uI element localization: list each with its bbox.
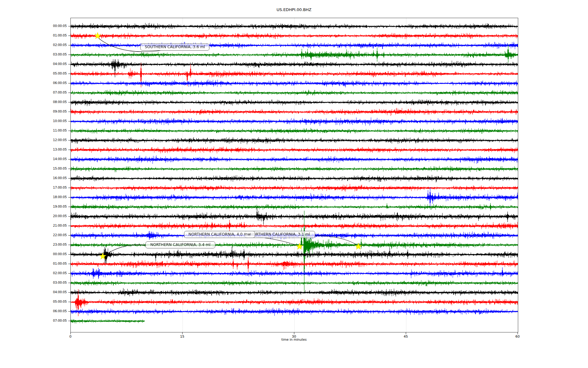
seismogram-canvas bbox=[71, 18, 518, 332]
y-tick bbox=[68, 197, 70, 197]
x-tick bbox=[518, 332, 518, 334]
y-tick bbox=[68, 216, 70, 217]
row-label: 02:00:05 bbox=[0, 43, 67, 47]
y-tick bbox=[68, 178, 70, 178]
row-label: 05:00:05 bbox=[0, 300, 67, 304]
y-tick bbox=[68, 188, 70, 188]
y-tick bbox=[68, 55, 70, 55]
y-tick bbox=[68, 64, 70, 64]
y-tick bbox=[68, 226, 70, 226]
row-label: 08:00:05 bbox=[0, 100, 67, 104]
row-label: 04:00:05 bbox=[0, 290, 67, 294]
chart-title: US.EDHPI.00.BHZ bbox=[277, 7, 311, 12]
y-tick bbox=[68, 140, 70, 140]
row-label: 02:00:05 bbox=[0, 271, 67, 275]
row-label: 06:00:05 bbox=[0, 309, 67, 313]
row-label: 07:00:05 bbox=[0, 90, 67, 95]
event-annotation: SOUTHERN CALIFORNIA, 3.6 ml bbox=[140, 44, 209, 51]
row-label: 22:00:05 bbox=[0, 233, 67, 237]
row-label: 00:00:05 bbox=[0, 252, 67, 256]
row-label: 18:00:05 bbox=[0, 195, 67, 199]
row-label: 12:00:05 bbox=[0, 138, 67, 142]
row-label: 14:00:05 bbox=[0, 157, 67, 161]
y-tick bbox=[68, 245, 70, 245]
y-tick bbox=[68, 159, 70, 159]
x-tick-label: 0 bbox=[70, 335, 72, 339]
x-tick bbox=[406, 332, 406, 334]
y-tick bbox=[68, 169, 70, 169]
plot-area bbox=[70, 18, 518, 332]
event-annotation: NORTHERN CALIFORNIA, 3.1 ml bbox=[245, 231, 315, 238]
row-label: 19:00:05 bbox=[0, 205, 67, 209]
y-tick bbox=[68, 74, 70, 74]
row-label: 00:00:05 bbox=[0, 24, 67, 28]
y-tick bbox=[68, 302, 70, 302]
x-tick-label: 60 bbox=[515, 335, 520, 339]
seismogram-figure: US.EDHPI.00.BHZ 00:00:0501:00:0502:00:05… bbox=[0, 0, 588, 368]
y-tick bbox=[68, 150, 70, 150]
y-tick bbox=[68, 273, 70, 274]
y-tick bbox=[68, 131, 70, 131]
y-tick bbox=[68, 235, 70, 236]
y-tick bbox=[68, 283, 70, 283]
row-label: 11:00:05 bbox=[0, 128, 67, 133]
row-label: 21:00:05 bbox=[0, 224, 67, 228]
row-label: 01:00:05 bbox=[0, 33, 67, 38]
y-tick bbox=[68, 45, 70, 45]
row-label: 17:00:05 bbox=[0, 186, 67, 190]
row-label: 20:00:05 bbox=[0, 214, 67, 218]
row-label: 03:00:05 bbox=[0, 52, 67, 57]
row-label: 04:00:05 bbox=[0, 62, 67, 66]
row-label: 10:00:05 bbox=[0, 119, 67, 123]
row-label: 23:00:05 bbox=[0, 243, 67, 247]
row-label: 09:00:05 bbox=[0, 109, 67, 114]
y-tick bbox=[68, 26, 70, 26]
y-tick bbox=[68, 121, 70, 121]
row-label: 07:00:05 bbox=[0, 319, 67, 323]
row-label: 16:00:05 bbox=[0, 176, 67, 180]
row-label: 13:00:05 bbox=[0, 148, 67, 152]
y-tick bbox=[68, 36, 70, 36]
row-label: 05:00:05 bbox=[0, 71, 67, 76]
y-tick bbox=[68, 207, 70, 207]
y-tick bbox=[68, 321, 70, 321]
x-tick-label: 45 bbox=[404, 335, 408, 339]
row-label: 15:00:05 bbox=[0, 167, 67, 171]
y-tick bbox=[68, 112, 70, 112]
y-tick bbox=[68, 292, 70, 293]
x-axis-label: time in minutes bbox=[281, 338, 307, 341]
y-tick bbox=[68, 264, 70, 264]
x-tick-label: 15 bbox=[180, 335, 184, 339]
row-label: 01:00:05 bbox=[0, 262, 67, 266]
x-tick bbox=[182, 332, 183, 334]
row-label: 06:00:05 bbox=[0, 81, 67, 85]
y-tick bbox=[68, 93, 70, 93]
x-tick bbox=[70, 332, 71, 334]
event-annotation: NORTHERN CALIFORNIA, 3.4 ml bbox=[145, 241, 215, 248]
x-tick bbox=[294, 332, 294, 334]
event-annotation: NORTHERN CALIFORNIA, 4.0 mw bbox=[184, 231, 255, 238]
y-tick bbox=[68, 254, 70, 255]
row-label: 03:00:05 bbox=[0, 281, 67, 285]
y-tick bbox=[68, 311, 70, 312]
y-tick bbox=[68, 83, 70, 83]
y-tick bbox=[68, 102, 70, 102]
